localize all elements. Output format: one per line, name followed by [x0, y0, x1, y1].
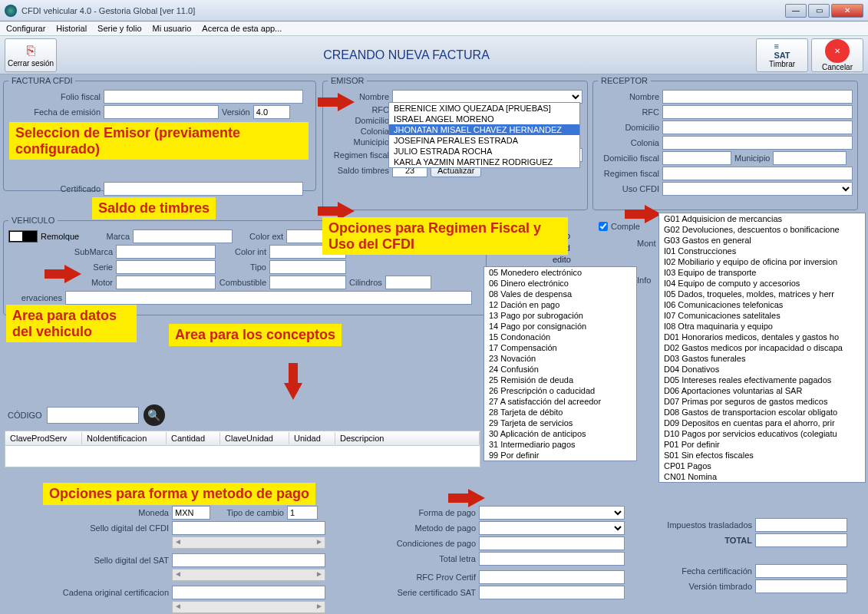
col-cantidad[interactable]: Cantidad [167, 432, 220, 444]
col-descripcion[interactable]: Descripcion [335, 432, 480, 444]
input-cilindros[interactable] [385, 276, 431, 289]
uso-cfdi-option[interactable]: I03 Equipo de transporte [659, 267, 865, 278]
dropdown-emisor[interactable]: BERENICE XIMO QUEZADA [PRUEBAS]ISRAEL AN… [388, 102, 580, 168]
menu-configurar[interactable]: Configurar [6, 24, 45, 33]
emisor-option[interactable]: BERENICE XIMO QUEZADA [PRUEBAS] [389, 103, 579, 114]
forma-pago-option[interactable]: 12 Dación en pago [484, 299, 636, 310]
input-total-letra[interactable] [479, 552, 625, 566]
forma-pago-option[interactable]: 28 Tarjeta de débito [484, 407, 636, 418]
forma-pago-option[interactable]: 30 Aplicación de anticipos [484, 428, 636, 439]
forma-pago-option[interactable]: 17 Compensación [484, 342, 636, 353]
uso-cfdi-option[interactable]: S01 Sin efectos fiscales [659, 450, 865, 460]
input-rec-regimen[interactable] [662, 167, 853, 180]
maximize-button[interactable]: ▭ [808, 4, 830, 18]
menu-acerca[interactable]: Acerca de esta app... [202, 24, 282, 33]
uso-cfdi-option[interactable]: I06 Comunicaciones telefonicas [659, 299, 865, 310]
select-metodo-pago[interactable] [479, 521, 625, 535]
uso-cfdi-option[interactable]: D09 Depositos en cuentas para el ahorro,… [659, 418, 865, 428]
uso-cfdi-option[interactable]: G01 Adquisicion de mercancias [659, 213, 865, 224]
input-version[interactable] [253, 105, 290, 119]
input-rec-domicilio[interactable] [662, 120, 853, 134]
forma-pago-option[interactable]: 25 Remisión de deuda [484, 375, 636, 385]
uso-cfdi-option[interactable]: CP01 Pagos [659, 460, 865, 471]
uso-cfdi-option[interactable]: D03 Gastos funerales [659, 353, 865, 364]
forma-pago-option[interactable]: 23 Novación [484, 353, 636, 364]
toggle-remolque[interactable] [8, 230, 38, 243]
input-fecha[interactable] [104, 105, 219, 119]
menu-mi-usuario[interactable]: Mi usuario [153, 24, 192, 33]
forma-pago-option[interactable]: 15 Condonación [484, 332, 636, 342]
forma-pago-option[interactable]: 26 Prescripción o caducidad [484, 385, 636, 396]
col-noident[interactable]: NoIdentificacion [82, 432, 167, 444]
input-rec-municipio[interactable] [773, 151, 847, 165]
col-claveprodserv[interactable]: ClaveProdServ [5, 432, 82, 444]
uso-cfdi-option[interactable]: D07 Primas por seguros de gastos medicos [659, 396, 865, 407]
dropdown-uso-cfdi[interactable]: G01 Adquisicion de mercanciasG02 Devoluc… [658, 213, 866, 483]
input-imp-tras[interactable] [755, 518, 847, 532]
dropdown-forma-pago[interactable]: 05 Monedero electrónico06 Dinero electró… [484, 266, 637, 461]
uso-cfdi-option[interactable]: D08 Gastos de transportacion escolar obl… [659, 407, 865, 418]
input-cadena[interactable] [172, 586, 325, 599]
input-sello-cfdi[interactable] [172, 521, 325, 535]
uso-cfdi-option[interactable]: G03 Gastos en general [659, 235, 865, 246]
uso-cfdi-option[interactable]: CN01 Nomina [659, 471, 865, 482]
search-button[interactable]: 🔍 [144, 404, 165, 426]
emisor-option[interactable]: JULIO ESTRADA ROCHA [389, 146, 579, 157]
input-rfc-prov[interactable] [479, 570, 625, 584]
cancelar-button[interactable]: ✕ Cancelar [811, 38, 863, 72]
uso-cfdi-option[interactable]: I01 Construcciones [659, 246, 865, 256]
forma-pago-option[interactable]: 06 Dinero electrónico [484, 278, 636, 289]
uso-cfdi-option[interactable]: I07 Comunicaciones satelitales [659, 310, 865, 321]
emisor-option[interactable]: JHONATAN MISAEL CHAVEZ HERNANDEZ [389, 124, 579, 135]
input-rec-rfc[interactable] [662, 105, 853, 119]
select-forma-pago[interactable] [479, 506, 625, 520]
forma-pago-option[interactable]: 08 Vales de despensa [484, 289, 636, 299]
close-button[interactable]: ✕ [831, 4, 863, 18]
uso-cfdi-option[interactable]: I02 Mobiliario y equipo de oficina por i… [659, 256, 865, 267]
minimize-button[interactable]: — [785, 4, 807, 18]
input-ver-timb[interactable] [755, 579, 847, 593]
input-sello-sat[interactable] [172, 553, 325, 567]
input-fecha-cert[interactable] [755, 564, 847, 578]
input-cond-pago[interactable] [479, 536, 625, 550]
col-claveunidad[interactable]: ClaveUnidad [220, 432, 289, 444]
uso-cfdi-option[interactable]: D06 Aportaciones voluntarias al SAR [659, 385, 865, 396]
scroll-sello-sat[interactable] [172, 569, 325, 581]
uso-cfdi-option[interactable]: D10 Pagos por servicios educativos (cole… [659, 428, 865, 439]
forma-pago-option[interactable]: 29 Tarjeta de servicios [484, 418, 636, 428]
logout-button[interactable]: ⎘ Cerrar sesión [5, 38, 57, 72]
select-rec-uso[interactable] [662, 182, 853, 196]
col-unidad[interactable]: Unidad [289, 432, 335, 444]
scroll-sello-cfdi[interactable] [172, 536, 325, 549]
forma-pago-option[interactable]: 27 A satisfacción del acreedor [484, 396, 636, 407]
uso-cfdi-option[interactable]: D05 Intereses reales efectivamente pagad… [659, 375, 865, 385]
uso-cfdi-option[interactable]: G02 Devoluciones, descuentos o bonificac… [659, 224, 865, 235]
input-total[interactable] [755, 533, 847, 547]
input-combustible[interactable] [269, 276, 346, 289]
uso-cfdi-option[interactable]: D01 Honorarios medicos, dentales y gasto… [659, 332, 865, 342]
input-folio[interactable] [104, 90, 303, 104]
emisor-option[interactable]: JOSEFINA PERALES ESTRADA [389, 135, 579, 146]
forma-pago-option[interactable]: 05 Monedero electrónico [484, 267, 636, 278]
forma-pago-option[interactable]: 99 Por definir [484, 450, 636, 460]
forma-pago-option[interactable]: 13 Pago por subrogación [484, 310, 636, 321]
scroll-cadena[interactable] [172, 601, 325, 613]
emisor-option[interactable]: ISRAEL ANGEL MORENO [389, 114, 579, 124]
emisor-option[interactable]: KARLA YAZMIN MARTINEZ RODRIGUEZ [389, 157, 579, 167]
forma-pago-option[interactable]: 24 Confusión [484, 364, 636, 375]
input-obs[interactable] [65, 291, 472, 305]
input-serie[interactable] [116, 260, 216, 274]
forma-pago-option[interactable]: 31 Intermediario pagos [484, 439, 636, 450]
uso-cfdi-option[interactable]: D04 Donativos [659, 364, 865, 375]
chk-comple[interactable] [599, 222, 608, 231]
input-submarca[interactable] [116, 245, 216, 259]
input-serie-sat[interactable] [479, 586, 625, 599]
uso-cfdi-option[interactable]: I05 Dados, troqueles, moldes, matrices y… [659, 289, 865, 299]
input-tc[interactable] [287, 506, 318, 520]
forma-pago-option[interactable]: 14 Pago por consignación [484, 321, 636, 332]
menu-historial[interactable]: Historial [56, 24, 87, 33]
input-codigo[interactable] [47, 407, 139, 424]
input-moneda[interactable] [172, 506, 210, 520]
input-motor[interactable] [116, 276, 216, 289]
uso-cfdi-option[interactable]: I08 Otra maquinaria y equipo [659, 321, 865, 332]
